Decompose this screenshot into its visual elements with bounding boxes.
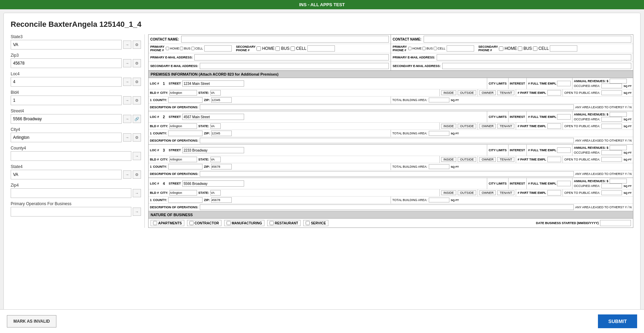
zip3-input[interactable] xyxy=(11,58,122,68)
loc2-street-input[interactable] xyxy=(182,114,244,120)
contact2-name-input[interactable] xyxy=(424,36,631,43)
loc2-city-input[interactable] xyxy=(170,123,197,129)
date-business-input[interactable] xyxy=(600,220,631,226)
zip4-arrow-btn[interactable]: → xyxy=(133,189,141,197)
loc4-occupied-input[interactable] xyxy=(601,184,622,188)
loc3-street-input[interactable] xyxy=(182,147,244,153)
zip4-input[interactable] xyxy=(11,188,131,198)
bld4-gear-btn[interactable]: ⚙ xyxy=(133,96,141,104)
nature-restaurant-checkbox[interactable] xyxy=(270,221,274,225)
loc2-outside-btn[interactable]: OUTSIDE xyxy=(458,124,476,129)
loc3-annualrev-input[interactable] xyxy=(610,145,627,150)
nature-contractor-checkbox[interactable] xyxy=(189,221,194,225)
contact2-primary-email-input[interactable] xyxy=(437,54,631,60)
loc1-owner-btn[interactable]: OWNER xyxy=(479,90,496,95)
loc2-parttimeempl-input[interactable] xyxy=(547,123,561,129)
loc3-opentopublic-input[interactable] xyxy=(601,157,622,162)
loc1-totalbuilding-input[interactable] xyxy=(429,98,449,102)
loc3-totalbuilding-input[interactable] xyxy=(429,164,449,169)
zip3-gear-btn[interactable]: ⚙ xyxy=(133,59,141,67)
loc4-opentopublic-input[interactable] xyxy=(601,190,622,195)
city4-arrow-btn[interactable]: → xyxy=(123,133,131,142)
street4-link-btn[interactable]: 🔗 xyxy=(133,115,141,123)
county4-arrow-btn[interactable]: → xyxy=(133,152,141,160)
city4-input[interactable] xyxy=(11,133,122,142)
city4-gear-btn[interactable]: ⚙ xyxy=(133,133,141,142)
contact1-home-checkbox[interactable] xyxy=(166,47,169,50)
loc2-descops-input[interactable] xyxy=(200,138,574,143)
loc2-annualrev-input[interactable] xyxy=(610,112,627,117)
nature-service-checkbox[interactable] xyxy=(306,221,310,225)
loc4-descops-input[interactable] xyxy=(200,204,574,210)
street4-arrow-btn[interactable]: → xyxy=(123,115,131,123)
contact1-primary-email-input[interactable] xyxy=(194,54,389,60)
contact2-bus-checkbox[interactable] xyxy=(422,47,426,50)
loc2-inside-btn[interactable]: INSIDE xyxy=(441,124,456,129)
contact1-secondary-email-input[interactable] xyxy=(200,63,389,69)
contact1-secondary-phone-input[interactable] xyxy=(307,45,335,52)
loc3-owner-btn[interactable]: OWNER xyxy=(479,157,496,162)
state3-arrow-btn[interactable]: → xyxy=(123,41,131,49)
loc3-tenant-btn[interactable]: TENANT xyxy=(497,157,514,162)
loc4-fulltimeempl-input[interactable] xyxy=(557,181,571,186)
loc1-annualrev-input[interactable] xyxy=(610,79,627,84)
contact1-cell-checkbox[interactable] xyxy=(191,47,195,50)
loc3-state-input[interactable] xyxy=(210,157,221,162)
loc1-street-input[interactable] xyxy=(182,80,244,87)
loc1-occupied-input[interactable] xyxy=(601,84,622,88)
loc2-state-input[interactable] xyxy=(210,123,221,129)
loc1-fulltimeempl-input[interactable] xyxy=(557,81,571,86)
loc4-inside-btn[interactable]: INSIDE xyxy=(441,190,456,195)
loc2-occupied-input[interactable] xyxy=(601,117,622,122)
contact2-secondary-email-input[interactable] xyxy=(442,63,631,69)
loc3-zip-input[interactable] xyxy=(211,164,232,169)
state4-input[interactable] xyxy=(11,170,122,179)
contact2-primary-phone-input[interactable] xyxy=(447,45,474,52)
loc3-city-input[interactable] xyxy=(170,157,197,162)
nature-apartments-checkbox[interactable] xyxy=(153,221,157,225)
loc3-fulltimeempl-input[interactable] xyxy=(557,147,571,153)
zip3-arrow-btn[interactable]: → xyxy=(123,59,131,67)
loc4-totalbuilding-input[interactable] xyxy=(429,198,449,202)
contact1-bus-checkbox[interactable] xyxy=(180,47,183,50)
loc4-arrow-btn[interactable]: → xyxy=(123,78,131,86)
state3-gear-btn[interactable]: ⚙ xyxy=(133,41,141,49)
loc4-street-input[interactable] xyxy=(182,180,244,187)
loc4-county-input[interactable] xyxy=(168,197,203,203)
contact2-cell-checkbox[interactable] xyxy=(434,47,437,50)
loc1-tenant-btn[interactable]: TENANT xyxy=(497,90,514,95)
loc4-outside-btn[interactable]: OUTSIDE xyxy=(458,190,476,195)
loc3-occupied-input[interactable] xyxy=(601,150,622,155)
loc2-owner-btn[interactable]: OWNER xyxy=(479,124,496,129)
loc3-outside-btn[interactable]: OUTSIDE xyxy=(458,157,476,162)
loc2-tenant-btn[interactable]: TENANT xyxy=(497,124,514,129)
loc2-opentopublic-input[interactable] xyxy=(601,124,622,129)
contact1-name-input[interactable] xyxy=(181,36,389,43)
loc3-descops-input[interactable] xyxy=(200,171,574,177)
contact1-sec-bus-checkbox[interactable] xyxy=(275,46,280,51)
contact2-secondary-phone-input[interactable] xyxy=(550,45,577,52)
loc3-county-input[interactable] xyxy=(168,164,203,169)
loc1-county-input[interactable] xyxy=(168,97,203,103)
contact2-sec-cell-checkbox[interactable] xyxy=(533,46,537,51)
submit-button[interactable]: SUBMIT xyxy=(598,314,637,328)
nature-manufacturing-checkbox[interactable] xyxy=(227,221,231,225)
mark-as-invalid-button[interactable]: MARK AS INVALID xyxy=(7,315,56,328)
loc1-city-input[interactable] xyxy=(170,90,197,96)
contact2-sec-home-checkbox[interactable] xyxy=(499,46,503,51)
primary-ops-arrow-btn[interactable]: → xyxy=(133,208,141,216)
loc1-zip-input[interactable] xyxy=(211,97,232,103)
loc4-parttimeempl-input[interactable] xyxy=(547,190,561,196)
primary-ops-input[interactable] xyxy=(11,207,131,217)
loc1-opentopublic-input[interactable] xyxy=(601,90,622,95)
state4-arrow-btn[interactable]: → xyxy=(123,170,131,179)
loc4-gear-btn[interactable]: ⚙ xyxy=(133,78,141,86)
loc3-parttimeempl-input[interactable] xyxy=(547,157,561,162)
loc4-state-input[interactable] xyxy=(210,190,221,196)
loc3-inside-btn[interactable]: INSIDE xyxy=(441,157,456,162)
loc4-annualrev-input[interactable] xyxy=(610,179,627,184)
bld4-arrow-btn[interactable]: → xyxy=(123,96,131,104)
loc4-tenant-btn[interactable]: TENANT xyxy=(497,190,514,195)
loc2-zip-input[interactable] xyxy=(211,131,232,136)
contact1-primary-phone-input[interactable] xyxy=(204,45,232,52)
